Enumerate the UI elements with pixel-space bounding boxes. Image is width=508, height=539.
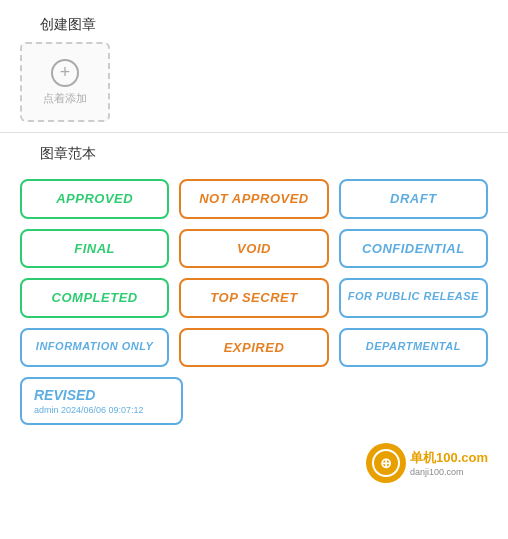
logo-inner-circle: ⊕: [372, 449, 400, 477]
stamp-departmental[interactable]: DEPARTMENTAL: [339, 328, 488, 368]
stamp-expired[interactable]: EXPIRED: [179, 328, 328, 368]
stamp-information-only[interactable]: INFORMATION ONLY: [20, 328, 169, 368]
logo: ⊕ 单机100.com danji100.com: [366, 443, 488, 483]
create-section: 创建图章 + 点着添加: [0, 10, 508, 132]
stamp-not-approved[interactable]: NOT APPROVED: [179, 179, 328, 219]
stamp-final[interactable]: FINAL: [20, 229, 169, 269]
logo-icon: ⊕: [366, 443, 406, 483]
stamp-revised[interactable]: REVISED admin 2024/06/06 09:07:12: [20, 377, 183, 425]
add-stamp-button[interactable]: + 点着添加: [20, 42, 110, 122]
stamp-confidential[interactable]: CONFIDENTIAL: [339, 229, 488, 269]
stamps-section: 图章范本 APPROVED NOT APPROVED DRAFT FINAL V…: [0, 139, 508, 435]
stamp-grid: APPROVED NOT APPROVED DRAFT FINAL VOID C…: [20, 179, 488, 367]
revised-subtitle: admin 2024/06/06 09:07:12: [34, 405, 169, 415]
stamp-for-public-release[interactable]: FOR PUBLIC RELEASE: [339, 278, 488, 318]
stamps-title: 图章范本: [20, 139, 488, 171]
logo-text: 单机100.com danji100.com: [410, 449, 488, 477]
bottom-logo-area: ⊕ 单机100.com danji100.com: [0, 435, 508, 487]
stamp-void[interactable]: VOID: [179, 229, 328, 269]
divider: [0, 132, 508, 133]
logo-sub-text: danji100.com: [410, 467, 488, 477]
page-wrapper: 创建图章 + 点着添加 图章范本 APPROVED NOT APPROVED D…: [0, 0, 508, 539]
logo-plus-icon: ⊕: [380, 455, 392, 471]
stamp-approved[interactable]: APPROVED: [20, 179, 169, 219]
create-title: 创建图章: [20, 10, 488, 42]
stamp-completed[interactable]: COMPLETED: [20, 278, 169, 318]
stamp-draft[interactable]: DRAFT: [339, 179, 488, 219]
add-label: 点着添加: [43, 91, 87, 106]
stamp-top-secret[interactable]: TOP SECRET: [179, 278, 328, 318]
logo-main-text: 单机100.com: [410, 449, 488, 467]
revised-title: REVISED: [34, 387, 169, 403]
plus-icon: +: [51, 59, 79, 87]
